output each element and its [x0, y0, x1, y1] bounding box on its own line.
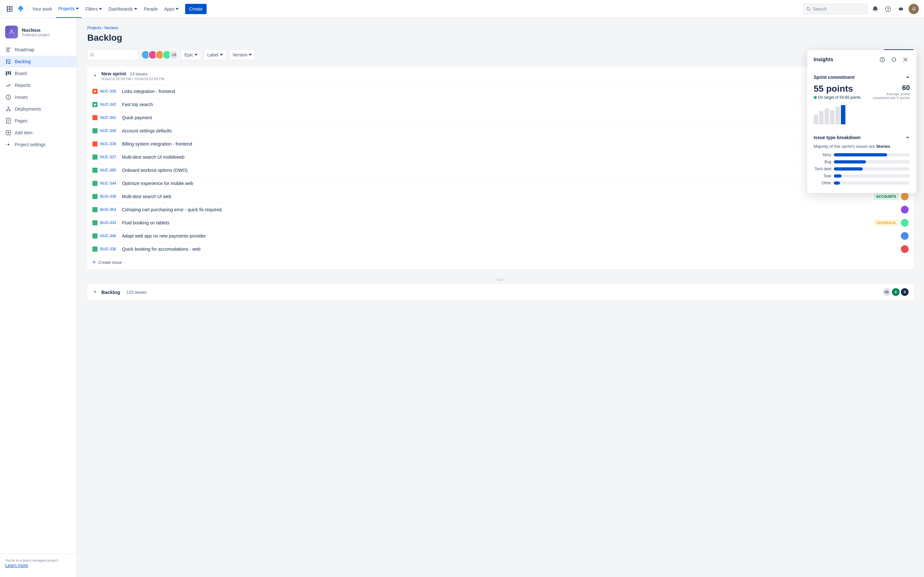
breakdown-label: Other: [814, 181, 831, 185]
table-row[interactable]: NUC-340 Account settings defaults ACCOUN…: [87, 124, 914, 137]
commitment-expand-icon[interactable]: [905, 75, 910, 79]
nav-apps[interactable]: Apps: [162, 0, 182, 18]
issue-label[interactable]: FEEDBACK: [874, 220, 898, 226]
issue-id[interactable]: NUC-340: [100, 129, 120, 133]
label-filter[interactable]: Label: [204, 49, 226, 60]
issue-id[interactable]: NUC-335: [100, 89, 120, 93]
search-box[interactable]: Search: [803, 4, 867, 14]
svg-point-29: [8, 98, 9, 99]
table-row[interactable]: NUC-341 Quick payment FEEDBACK: [87, 111, 914, 124]
insights-close-button[interactable]: [901, 55, 910, 64]
issues-icon: [5, 94, 11, 100]
svg-text:?: ?: [887, 7, 889, 11]
jira-logo[interactable]: [15, 4, 26, 14]
grid-menu-icon[interactable]: [5, 5, 14, 13]
issue-id[interactable]: BUG-343: [100, 221, 120, 225]
sprint-divider[interactable]: [87, 274, 914, 284]
sidebar-item-add-item[interactable]: Add item: [0, 127, 77, 139]
sidebar-item-backlog[interactable]: Backlog: [0, 56, 77, 67]
issue-avatar: [901, 206, 909, 213]
issue-id[interactable]: NUC-344: [100, 181, 120, 185]
target-status-dot: [814, 96, 817, 99]
table-row[interactable]: NUC-360 Onboard workout options (OWO) AC…: [87, 164, 914, 177]
issue-title: Account settings defaults: [122, 128, 871, 133]
issue-avatar: [901, 219, 909, 227]
create-button[interactable]: Create: [185, 4, 206, 14]
learn-more-link[interactable]: Learn more: [5, 563, 71, 568]
table-row[interactable]: BUG-343 Fluid booking on tablets FEEDBAC…: [87, 216, 914, 229]
create-issue-row[interactable]: + Create issue: [87, 256, 914, 269]
sidebar-item-pages[interactable]: Pages: [0, 115, 77, 127]
sidebar-item-issues[interactable]: Issues: [0, 91, 77, 103]
sprint-issue-count: 13 issues: [130, 71, 148, 76]
avatar-overflow[interactable]: +3: [170, 50, 178, 59]
issue-title: Multi-dest search UI web: [122, 194, 871, 199]
svg-point-32: [9, 110, 11, 111]
sidebar-item-deployments[interactable]: Deployments: [0, 103, 77, 115]
sidebar-item-roadmap[interactable]: Roadmap: [0, 44, 77, 55]
team-managed-text: You're in a team-managed project: [5, 558, 71, 563]
breadcrumb-nucleus[interactable]: Nucleus: [104, 26, 118, 30]
backlog-collapse-toggle[interactable]: [92, 290, 97, 295]
nav-people[interactable]: People: [141, 0, 160, 18]
table-row[interactable]: NUC-342 Fast trip search ACCOUNTS: [87, 98, 914, 111]
insights-help-button[interactable]: ?: [878, 55, 887, 64]
sidebar-item-label-backlog: Backlog: [15, 59, 31, 64]
issue-id[interactable]: NUC-360: [100, 168, 120, 172]
table-row[interactable]: NUC-339 Billing system integration - fro…: [87, 137, 914, 151]
svg-rect-23: [8, 63, 11, 64]
breakdown-label: Task: [814, 174, 831, 178]
issue-id[interactable]: NUC-341: [100, 115, 120, 120]
deployments-icon: [5, 106, 11, 112]
nav-projects[interactable]: Projects: [56, 0, 82, 18]
issue-id[interactable]: NUC-342: [100, 102, 120, 107]
issue-id[interactable]: NUC-346: [100, 234, 120, 238]
svg-line-11: [809, 10, 811, 11]
avatar-group: +3: [141, 50, 178, 59]
table-row[interactable]: BUG-336 Quick booking for accomodations …: [87, 243, 914, 256]
issue-id[interactable]: NUC-339: [100, 142, 120, 146]
help-button[interactable]: ?: [883, 4, 893, 14]
issue-id[interactable]: BUG-338: [100, 194, 120, 199]
commitment-target: On target of 54-65 points: [814, 95, 867, 100]
issue-avatar: [901, 193, 909, 200]
table-row[interactable]: BUG-338 Multi-dest search UI web ACCOUNT…: [87, 190, 914, 203]
backlog-search-input[interactable]: [96, 52, 136, 57]
sprint-collapse-toggle[interactable]: [92, 73, 97, 78]
issue-label[interactable]: ACCOUNTS: [874, 193, 898, 199]
breakdown-expand-icon[interactable]: [905, 135, 910, 140]
table-row[interactable]: NUC-346 Adapt web app no new payments pr…: [87, 229, 914, 243]
issue-title: Links integration - frontend: [122, 89, 877, 94]
settings-button[interactable]: [896, 4, 906, 14]
version-filter[interactable]: Version: [229, 49, 256, 60]
backlog-search-box[interactable]: [87, 49, 139, 60]
nav-filters[interactable]: Filters: [83, 0, 105, 18]
sidebar-item-project-settings[interactable]: Project settings: [0, 139, 77, 150]
table-row[interactable]: NUC-335 Links integration - frontend BIL…: [87, 85, 914, 98]
breakdown-bar: [834, 174, 842, 177]
svg-point-31: [6, 110, 7, 111]
table-row[interactable]: BUG-354 Cshoping cart purchasing error -…: [87, 203, 914, 216]
insights-panel-title: Insights: [814, 57, 875, 63]
insights-refresh-button[interactable]: [889, 55, 898, 64]
add-item-icon: [5, 129, 11, 136]
table-row[interactable]: NUC-337 Multi-dest search UI mobileweb A…: [87, 151, 914, 164]
sidebar-item-board[interactable]: Board: [0, 68, 77, 79]
issue-id[interactable]: BUG-336: [100, 247, 120, 251]
sidebar-item-reports[interactable]: Reports: [0, 79, 77, 91]
sidebar-item-label-issues: Issues: [15, 95, 27, 100]
table-row[interactable]: NUC-344 Optimize experience for mobile w…: [87, 177, 914, 190]
nav-dashboards[interactable]: Dashboards: [106, 0, 140, 18]
user-avatar[interactable]: U: [909, 4, 919, 14]
breadcrumb-projects[interactable]: Projects: [87, 26, 101, 30]
notifications-button[interactable]: [870, 4, 880, 14]
issue-type-icon: [92, 234, 97, 239]
issue-id[interactable]: NUC-337: [100, 155, 120, 159]
issue-title: Adapt web app no new payments provider: [122, 234, 509, 239]
svg-point-30: [8, 107, 9, 108]
nav-your-work[interactable]: Your work: [29, 0, 55, 18]
epic-filter[interactable]: Epic: [181, 49, 201, 60]
backlog-badges: 65 0 0: [883, 288, 909, 296]
sidebar-item-label-pages: Pages: [15, 118, 27, 123]
issue-id[interactable]: BUG-354: [100, 207, 120, 212]
